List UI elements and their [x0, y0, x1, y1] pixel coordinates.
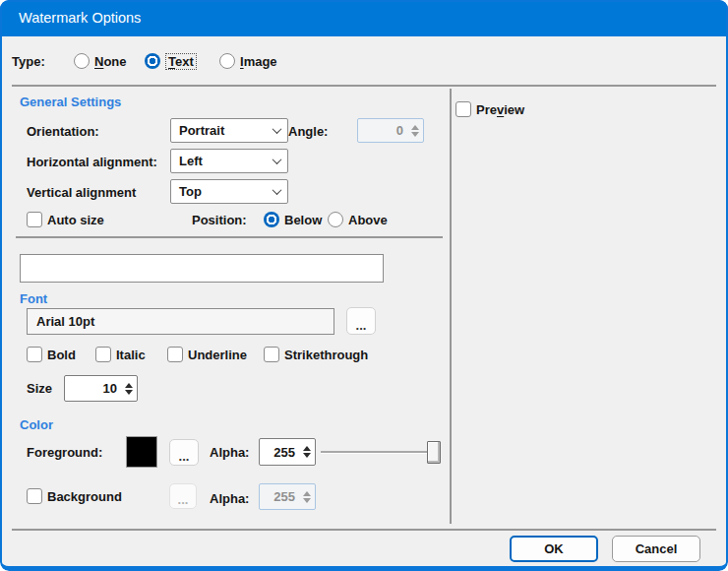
checkbox-icon [27, 212, 42, 227]
horizontal-alignment-value: Left [179, 154, 203, 168]
radio-label: Above [348, 213, 388, 227]
auto-size-checkbox[interactable]: Auto size [27, 210, 104, 229]
dialog-title: Watermark Options [19, 10, 141, 26]
watermark-options-dialog: Watermark Options Type: None Text Image … [0, 0, 728, 571]
angle-value: 0 [358, 123, 407, 138]
preview-checkbox[interactable]: Preview [455, 99, 524, 119]
radio-icon [219, 53, 235, 69]
vertical-alignment-dropdown[interactable]: Top [170, 179, 288, 204]
checkbox-icon [27, 488, 42, 504]
orientation-dropdown[interactable]: Portrait [170, 118, 288, 143]
general-settings-header: General Settings [20, 95, 121, 109]
checkbox-icon [95, 347, 111, 362]
checkbox-icon [264, 347, 279, 362]
italic-label: Italic [116, 348, 146, 362]
foreground-color-swatch [126, 436, 157, 468]
background-label: Background [47, 489, 122, 504]
title-bar[interactable]: Watermark Options [0, 0, 728, 36]
foreground-label: Foreground: [27, 442, 102, 462]
horizontal-alignment-label: Horizontal alignment: [27, 152, 157, 171]
underline-label: Underline [188, 348, 247, 362]
vertical-alignment-label: Vertical alignment [27, 182, 136, 202]
radio-label: Image [240, 54, 277, 69]
background-checkbox[interactable]: Background [27, 486, 122, 506]
italic-checkbox[interactable]: Italic [95, 345, 146, 364]
size-label: Size [27, 378, 52, 398]
vertical-alignment-value: Top [179, 184, 202, 199]
preview-label: Preview [476, 102, 524, 117]
angle-label: Angle: [288, 121, 328, 141]
radio-label: Text [165, 53, 197, 70]
checkbox-icon [167, 347, 183, 362]
bold-label: Bold [47, 348, 76, 362]
font-name-field: Arial 10pt [27, 308, 334, 335]
spinner-arrows-icon[interactable] [121, 376, 137, 401]
strikethrough-label: Strikethrough [284, 348, 368, 362]
position-label: Position: [192, 210, 247, 229]
type-radio-image[interactable]: Image [219, 51, 277, 71]
bold-checkbox[interactable]: Bold [27, 345, 76, 364]
position-radio-above[interactable]: Above [328, 210, 388, 229]
font-browse-button[interactable]: ... [346, 307, 376, 335]
type-label: Type: [12, 51, 45, 71]
cancel-button[interactable]: Cancel [612, 536, 700, 562]
chevron-down-icon [266, 180, 287, 203]
radio-icon [74, 53, 90, 69]
spinner-arrows-icon [407, 119, 423, 142]
radio-icon [328, 212, 343, 227]
position-radio-below[interactable]: Below [264, 210, 322, 229]
checkbox-icon [27, 347, 42, 362]
foreground-color-browse-button[interactable]: ... [169, 439, 199, 466]
background-alpha-label: Alpha: [210, 488, 249, 508]
font-header: Font [20, 291, 47, 306]
bottom-separator [12, 529, 716, 531]
radio-checked-icon [264, 212, 279, 227]
foreground-alpha-label: Alpha: [210, 442, 249, 462]
font-name-value: Arial 10pt [36, 314, 94, 329]
spinner-arrows-icon [299, 484, 315, 509]
strikethrough-checkbox[interactable]: Strikethrough [264, 345, 368, 364]
foreground-alpha-spinner[interactable]: 255 [259, 438, 316, 466]
ok-button[interactable]: OK [510, 536, 598, 562]
background-color-browse-button: ... [169, 483, 197, 509]
alpha-slider-track[interactable] [321, 451, 441, 454]
alpha-slider-thumb[interactable] [427, 441, 441, 464]
horizontal-alignment-dropdown[interactable]: Left [170, 149, 288, 173]
color-header: Color [20, 417, 53, 432]
underline-checkbox[interactable]: Underline [167, 345, 247, 364]
background-alpha-value: 255 [260, 489, 299, 504]
auto-size-label: Auto size [47, 213, 104, 227]
checkbox-icon [455, 101, 471, 117]
size-spinner[interactable]: 10 [64, 375, 138, 402]
orientation-value: Portrait [179, 123, 224, 138]
type-radio-text[interactable]: Text [145, 51, 197, 71]
angle-spinner: 0 [357, 118, 424, 143]
radio-checked-icon [145, 53, 160, 69]
vertical-separator [450, 89, 452, 524]
foreground-alpha-value: 255 [260, 445, 299, 460]
size-value: 10 [65, 381, 121, 396]
spinner-arrows-icon[interactable] [299, 439, 315, 465]
mid-separator [16, 236, 443, 238]
chevron-down-icon [266, 119, 287, 142]
background-alpha-spinner: 255 [259, 483, 316, 510]
watermark-text-input[interactable] [20, 254, 384, 283]
orientation-label: Orientation: [27, 121, 99, 141]
radio-label: None [94, 54, 127, 69]
chevron-down-icon [266, 150, 287, 172]
radio-label: Below [284, 213, 322, 227]
top-separator [12, 85, 716, 87]
type-radio-none[interactable]: None [74, 51, 127, 71]
